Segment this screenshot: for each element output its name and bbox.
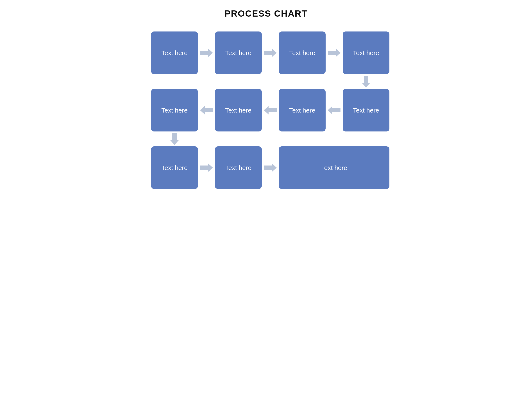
box-1-4[interactable]: Text here [342, 31, 390, 74]
arrow-polygon [328, 106, 341, 114]
arrow-polygon [200, 48, 213, 57]
box-1-2[interactable]: Text here [215, 31, 262, 74]
box-3-3[interactable]: Text here [279, 146, 390, 189]
spacer-1 [151, 74, 342, 89]
connector-down-2-row [151, 131, 198, 146]
box-1-1[interactable]: Text here [151, 31, 198, 74]
arrow-right-2 [262, 47, 279, 58]
box-2-2[interactable]: Text here [215, 89, 262, 131]
box-1-3[interactable]: Text here [279, 31, 326, 74]
arrow-left-2 [262, 105, 279, 115]
page-container: PROCESS CHART Text here Text here [138, 9, 394, 189]
arrow-left-3 [326, 105, 342, 115]
connector-down-1-row [151, 74, 390, 89]
arrow-right-3 [326, 47, 342, 58]
arrow-right-4 [198, 162, 215, 173]
chart-area: Text here Text here Text here [138, 31, 394, 189]
flow-row-3: Text here Text here Text here [151, 146, 390, 189]
arrow-down-2 [151, 131, 198, 146]
arrow-polygon [328, 48, 341, 57]
box-2-4[interactable]: Text here [342, 89, 390, 131]
box-2-1[interactable]: Text here [151, 89, 198, 131]
box-2-3[interactable]: Text here [279, 89, 326, 131]
arrow-right-1 [198, 47, 215, 58]
flow-row-2: Text here Text here Text here [151, 89, 390, 131]
flow-row-1: Text here Text here Text here [151, 31, 390, 74]
arrow-polygon [264, 48, 277, 57]
arrow-down-polygon [170, 133, 179, 145]
arrow-right-5 [262, 162, 279, 173]
arrow-polygon [264, 106, 277, 114]
arrow-down-1 [342, 74, 390, 89]
arrow-polygon [264, 163, 277, 172]
box-3-2[interactable]: Text here [215, 146, 262, 189]
arrow-left-1 [198, 105, 215, 115]
page-title: PROCESS CHART [138, 9, 394, 19]
arrow-down-polygon [362, 76, 370, 87]
arrow-polygon [200, 106, 213, 114]
box-3-1[interactable]: Text here [151, 146, 198, 189]
arrow-polygon [200, 163, 213, 172]
